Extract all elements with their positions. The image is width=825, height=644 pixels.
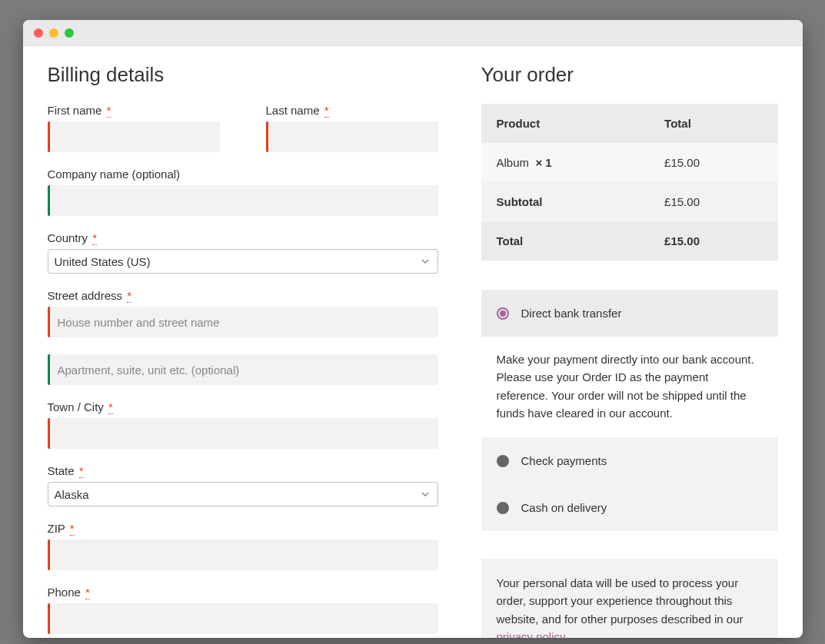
order-subtotal-label: Subtotal xyxy=(481,182,650,221)
radio-unchecked-icon xyxy=(497,455,509,467)
window-maximize-button[interactable] xyxy=(65,28,74,38)
order-total-value: £15.00 xyxy=(649,221,777,261)
zip-input[interactable] xyxy=(48,539,438,570)
phone-field: Phone * xyxy=(48,586,438,634)
first-name-input[interactable] xyxy=(48,121,220,152)
payment-option-label: Cash on delivery xyxy=(521,501,607,514)
required-asterisk: * xyxy=(107,104,111,118)
street2-input[interactable] xyxy=(48,354,438,385)
browser-window: Billing details First name * Last name * xyxy=(23,20,803,638)
payment-methods: Direct bank transfer Make your payment d… xyxy=(481,290,778,531)
checkout-page: Billing details First name * Last name * xyxy=(23,46,803,638)
company-label: Company name (optional) xyxy=(48,168,438,181)
titlebar xyxy=(23,20,803,46)
state-field: State * Alaska xyxy=(48,464,438,506)
order-title: Your order xyxy=(481,63,778,87)
billing-section: Billing details First name * Last name * xyxy=(48,63,438,638)
phone-input[interactable] xyxy=(48,603,438,634)
zip-field: ZIP * xyxy=(48,522,438,570)
state-label: State * xyxy=(48,464,438,477)
order-item-row: Album × 1 £15.00 xyxy=(481,143,778,182)
order-col-total: Total xyxy=(649,104,777,143)
order-item-name: Album × 1 xyxy=(481,143,650,182)
last-name-label: Last name * xyxy=(266,104,438,117)
zip-label: ZIP * xyxy=(48,522,438,535)
company-field: Company name (optional) xyxy=(48,168,438,216)
country-select[interactable]: United States (US) xyxy=(48,249,438,274)
required-asterisk: * xyxy=(127,289,131,303)
first-name-label: First name * xyxy=(48,104,220,117)
payment-option-cheque[interactable]: Check payments xyxy=(481,437,778,484)
country-label: Country * xyxy=(48,231,438,244)
first-name-field: First name * xyxy=(48,104,220,152)
street1-input[interactable] xyxy=(48,307,438,337)
street-address-field: Street address * xyxy=(48,289,438,385)
payment-option-label: Check payments xyxy=(521,454,607,467)
required-asterisk: * xyxy=(92,231,97,245)
order-item-total: £15.00 xyxy=(649,143,777,182)
payment-option-description: Make your payment directly into our bank… xyxy=(481,337,778,437)
privacy-notice: Your personal data will be used to proce… xyxy=(481,559,778,638)
order-table: Product Total Album × 1 £15.00 xyxy=(481,104,778,261)
last-name-field: Last name * xyxy=(266,104,438,152)
order-total-label: Total xyxy=(481,221,650,261)
country-field: Country * United States (US) xyxy=(48,231,438,274)
radio-checked-icon xyxy=(497,307,509,320)
street-address-label: Street address * xyxy=(48,289,438,302)
window-close-button[interactable] xyxy=(34,28,43,38)
required-asterisk: * xyxy=(108,400,113,414)
city-input[interactable] xyxy=(48,418,438,449)
chevron-down-icon xyxy=(417,250,433,273)
city-label: Town / City * xyxy=(48,400,438,413)
last-name-input[interactable] xyxy=(266,121,438,152)
required-asterisk: * xyxy=(70,522,75,536)
chevron-down-icon xyxy=(417,483,433,506)
company-input[interactable] xyxy=(48,185,438,216)
payment-option-cod[interactable]: Cash on delivery xyxy=(481,484,778,531)
order-col-product: Product xyxy=(481,104,650,143)
required-asterisk: * xyxy=(79,464,84,478)
payment-option-bacs[interactable]: Direct bank transfer xyxy=(481,290,778,337)
phone-label: Phone * xyxy=(48,586,438,599)
required-asterisk: * xyxy=(85,586,90,599)
billing-title: Billing details xyxy=(48,63,438,87)
order-subtotal-value: £15.00 xyxy=(649,182,777,221)
order-item-qty: × 1 xyxy=(535,156,551,169)
state-select[interactable]: Alaska xyxy=(48,482,438,506)
window-minimize-button[interactable] xyxy=(49,28,58,38)
country-select-value: United States (US) xyxy=(55,255,151,268)
required-asterisk: * xyxy=(324,104,329,118)
payment-option-label: Direct bank transfer xyxy=(521,307,622,320)
order-section: Your order Product Total Album × 1 £15.0… xyxy=(481,63,778,638)
state-select-value: Alaska xyxy=(55,488,89,501)
radio-unchecked-icon xyxy=(497,502,509,514)
privacy-policy-link[interactable]: privacy policy xyxy=(497,630,565,638)
city-field: Town / City * xyxy=(48,400,438,449)
